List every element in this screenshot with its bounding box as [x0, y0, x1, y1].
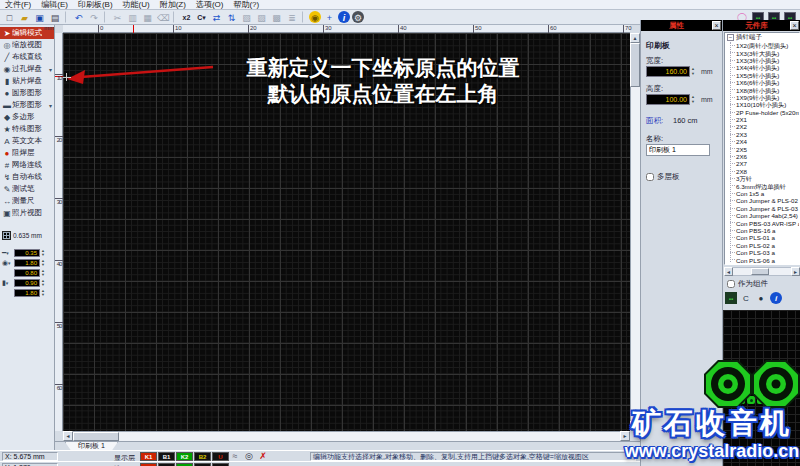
tree-item[interactable]: 1X2(两针小型插头): [725, 42, 799, 49]
canvas-vertical-scrollbar[interactable]: [630, 33, 640, 431]
pad-outer-value[interactable]: 1.80: [14, 259, 40, 267]
menu-item[interactable]: 附加(Z): [155, 0, 191, 10]
tool-item[interactable]: A 英文文本 ▾: [0, 135, 54, 147]
toolbar-icon[interactable]: C▾: [195, 11, 208, 23]
tree-item[interactable]: 1X4(4针小插头): [725, 64, 799, 71]
library-scroll-thumb[interactable]: [751, 268, 769, 275]
toolbar-icon[interactable]: x2: [180, 11, 193, 23]
library-icon[interactable]: ●: [755, 292, 767, 304]
width-input[interactable]: 160.00: [646, 66, 690, 77]
library-icon[interactable]: i: [770, 292, 782, 304]
track-width-icon[interactable]: ━▾: [2, 249, 14, 257]
toolbar-icon[interactable]: ▥: [126, 11, 139, 23]
canvas-horizontal-scrollbar[interactable]: [63, 431, 630, 441]
tool-item[interactable]: ↔ 测量尺 ▾: [0, 195, 54, 207]
toolbar-icon[interactable]: □: [3, 11, 16, 23]
board-name-input[interactable]: [646, 144, 710, 156]
tree-item[interactable]: 2P Fuse-holder (5x20mm): [725, 109, 799, 116]
library-icon[interactable]: C: [740, 292, 752, 304]
tool-item[interactable]: ▣ 照片视图 ▾: [0, 207, 54, 219]
toolbar-icon[interactable]: ⚙: [352, 11, 364, 23]
layer-button[interactable]: U: [212, 452, 229, 461]
toolbar-icon[interactable]: ≣: [285, 11, 303, 23]
tree-item[interactable]: Con PLS-02 a: [725, 242, 799, 249]
tree-item[interactable]: Con Jumper & PLS-02 a: [725, 197, 799, 204]
toolbar-icon[interactable]: ↷: [87, 11, 105, 23]
toolbar-icon[interactable]: ▦: [141, 11, 154, 23]
toolbar-icon[interactable]: ▤: [48, 11, 66, 23]
toolbar-icon[interactable]: ◉: [309, 11, 321, 23]
spinner-icon[interactable]: ▲▼: [691, 67, 698, 76]
tree-item[interactable]: Con Jumper 4ab(2,54) a: [725, 212, 799, 219]
tree-item[interactable]: 1X8(8针小插头): [725, 86, 799, 93]
chevron-down-icon[interactable]: ▾: [49, 102, 52, 109]
collapse-icon[interactable]: −: [727, 34, 734, 41]
tree-item[interactable]: Con 1x5 a: [725, 190, 799, 197]
chevron-down-icon[interactable]: ▾: [49, 66, 52, 73]
toolbar-icon[interactable]: ▰: [18, 11, 31, 23]
tool-item[interactable]: ● 阻焊层 ▾: [0, 147, 54, 159]
height-input[interactable]: 100.00: [646, 94, 690, 105]
layer-button[interactable]: B1: [158, 452, 175, 461]
toolbar-icon[interactable]: ⇄: [210, 11, 223, 23]
tree-item[interactable]: 1X3(3针大插头): [725, 49, 799, 56]
tree-item[interactable]: 2X5: [725, 145, 799, 152]
tool-item[interactable]: ▮ 贴片焊盘 ▾: [0, 75, 54, 87]
tree-item[interactable]: 1X9(9针小插头): [725, 94, 799, 101]
toolbar-icon[interactable]: ⌫: [156, 11, 174, 23]
tool-item[interactable]: ★ 特殊图形 ▾: [0, 123, 54, 135]
scroll-right-icon[interactable]: ►: [620, 431, 630, 441]
scroll-left-icon[interactable]: ◄: [724, 267, 733, 276]
spinner-icon[interactable]: ▲▼: [691, 95, 698, 104]
smd-size-icon[interactable]: ▮▾: [2, 279, 14, 287]
smd-width-value[interactable]: 0.90: [14, 279, 40, 287]
scroll-right-icon[interactable]: ►: [791, 267, 800, 276]
toolbar-icon[interactable]: ↶: [72, 11, 85, 23]
tool-item[interactable]: ╱ 布线直线 ▾: [0, 51, 54, 63]
tool-item[interactable]: ◆ 多边形 ▾: [0, 111, 54, 123]
library-icon[interactable]: ▪▪: [725, 292, 737, 304]
tree-item[interactable]: 2X8: [725, 168, 799, 175]
toolbar-icon[interactable]: ▣: [33, 11, 46, 23]
menu-item[interactable]: 选项(O): [191, 0, 229, 10]
tree-item[interactable]: Con PLS-06 a: [725, 256, 799, 263]
menu-item[interactable]: 编辑(E): [36, 0, 73, 10]
tree-item[interactable]: 2X7: [725, 160, 799, 167]
tree-item[interactable]: Con PLS-01 a: [725, 234, 799, 241]
tree-item[interactable]: 1X5(5针小插头): [725, 72, 799, 79]
horizontal-scroll-thumb[interactable]: [73, 432, 119, 441]
layer-button[interactable]: B2: [194, 452, 211, 461]
tree-root[interactable]: − 插针端子: [725, 33, 799, 42]
as-component-checkbox[interactable]: [727, 280, 735, 288]
tool-item[interactable]: # 网络连线 ▾: [0, 159, 54, 171]
scroll-up-icon[interactable]: ▲: [630, 33, 640, 43]
toolbar-icon[interactable]: ⇅: [225, 11, 238, 23]
menu-item[interactable]: 功能(U): [118, 0, 155, 10]
tree-item[interactable]: 2X3: [725, 131, 799, 138]
tool-item[interactable]: ↯ 自动布线 ▾: [0, 171, 54, 183]
tree-item[interactable]: 1X10(10针小插头): [725, 101, 799, 108]
close-icon[interactable]: ×: [712, 21, 721, 30]
tree-item[interactable]: 1X6(6针小插头): [725, 79, 799, 86]
tree-item[interactable]: 1X3(3针小插头): [725, 57, 799, 64]
tree-item[interactable]: Con PBS-03 AVR-ISP a: [725, 219, 799, 226]
scroll-down-icon[interactable]: ▼: [630, 421, 640, 431]
spinner-icon[interactable]: ▲▼: [41, 249, 47, 257]
tool-item[interactable]: ● 圆形图形 ▾: [0, 87, 54, 99]
layer-button[interactable]: K1: [140, 452, 157, 461]
spinner-icon[interactable]: ▲▼: [41, 289, 47, 297]
menu-item[interactable]: 帮助(?): [228, 0, 264, 10]
toolbar-icon[interactable]: +: [323, 11, 336, 23]
toolbar-icon[interactable]: i: [338, 11, 350, 23]
tree-item[interactable]: 6.3mm焊边单插针: [725, 182, 799, 189]
track-width-value[interactable]: 0.35: [14, 249, 40, 257]
tree-item[interactable]: Con Jumper & PLS-03 a: [725, 205, 799, 212]
tool-item[interactable]: ◉ 过孔焊盘 ▾: [0, 63, 54, 75]
menu-item[interactable]: 文件(F): [0, 0, 36, 10]
pad-inner-value[interactable]: 0.80: [14, 269, 40, 277]
tree-item[interactable]: 3万针: [725, 175, 799, 182]
toolbar-icon[interactable]: ✂: [111, 11, 124, 23]
tree-item[interactable]: 2X6: [725, 153, 799, 160]
tool-item[interactable]: ✎ 测试笔 ▾: [0, 183, 54, 195]
grid-setting-button[interactable]: 0.635 mm: [0, 231, 54, 240]
